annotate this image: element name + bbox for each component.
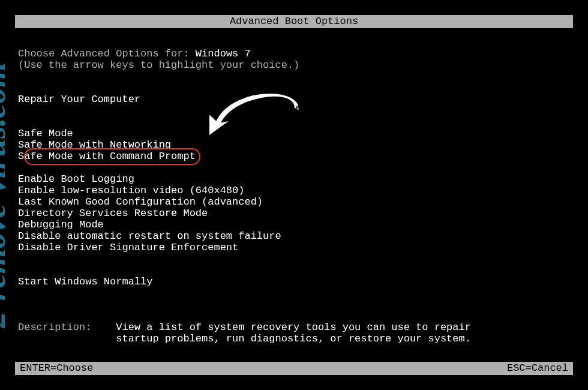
menu-disable-driver-sig[interactable]: Disable Driver Signature Enforcement bbox=[18, 242, 238, 253]
menu-repair-your-computer[interactable]: Repair Your Computer bbox=[18, 94, 140, 105]
menu-start-windows-normally[interactable]: Start Windows Normally bbox=[18, 276, 152, 287]
choose-line: Choose Advanced Options for: Windows 7 bbox=[18, 48, 570, 59]
menu-safe-mode[interactable]: Safe Mode bbox=[18, 128, 73, 139]
watermark: 2-remove-virus.com bbox=[0, 0, 13, 195]
footer-esc-hint: ESC=Cancel bbox=[507, 362, 568, 375]
description-line-2: startup problems, run diagnostics, or re… bbox=[18, 333, 570, 344]
os-name: Windows 7 bbox=[196, 48, 251, 59]
description-line-1: Description: View a list of system recov… bbox=[18, 322, 570, 333]
footer-bar: ENTER=Choose ESC=Cancel bbox=[15, 362, 573, 375]
title-bar: Advanced Boot Options bbox=[15, 15, 573, 28]
boot-menu-content: Choose Advanced Options for: Windows 7 (… bbox=[18, 48, 570, 344]
hint-line: (Use the arrow keys to highlight your ch… bbox=[18, 59, 570, 71]
menu-disable-auto-restart[interactable]: Disable automatic restart on system fail… bbox=[18, 230, 281, 242]
footer-enter-hint: ENTER=Choose bbox=[20, 362, 93, 375]
menu-last-known-good[interactable]: Last Known Good Configuration (advanced) bbox=[18, 196, 263, 208]
menu-safe-mode-networking[interactable]: Safe Mode with Networking bbox=[18, 139, 171, 151]
menu-enable-boot-logging[interactable]: Enable Boot Logging bbox=[18, 173, 134, 185]
menu-ds-restore[interactable]: Directory Services Restore Mode bbox=[18, 208, 208, 219]
page-title: Advanced Boot Options bbox=[230, 16, 358, 27]
menu-debugging-mode[interactable]: Debugging Mode bbox=[18, 219, 104, 230]
menu-safe-mode-command-prompt[interactable]: Safe Mode with Command Prompt bbox=[18, 151, 196, 162]
menu-low-res-video[interactable]: Enable low-resolution video (640x480) bbox=[18, 185, 244, 196]
